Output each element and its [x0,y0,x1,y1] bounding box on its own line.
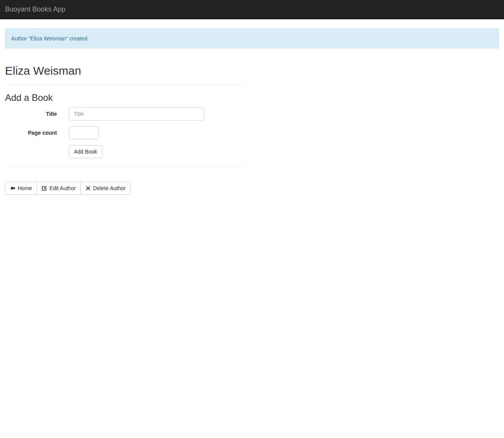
add-book-heading: Add a Book [5,93,247,103]
remove-x-icon [85,186,91,191]
edit-pencil-square-icon [42,186,47,191]
page-title: Eliza Weisman [5,64,247,77]
add-book-button[interactable]: Add Book [69,145,102,158]
title-form-group: Title [5,107,247,120]
edit-author-button-label: Edit Author [49,184,76,192]
home-button[interactable]: Home [5,182,37,195]
divider-top [5,85,247,85]
delete-author-button-label: Delete Author [93,184,126,192]
page-count-input[interactable] [69,126,99,139]
home-button-label: Home [18,184,32,192]
delete-author-button[interactable]: Delete Author [80,182,131,195]
page-count-form-group: Page count [5,126,247,139]
author-detail-column: Eliza Weisman Add a Book Title Page coun… [5,64,247,195]
title-label: Title [5,107,69,120]
add-book-form: Title Page count Add Book [5,107,247,158]
submit-label-spacer [5,145,69,158]
arrow-left-icon [10,186,15,191]
alert-message: Author "Eliza Weisman" created [11,35,87,42]
author-actions-button-group: Home Edit Author Delet [5,182,131,195]
alert-info: Author "Eliza Weisman" created [5,28,499,48]
title-input[interactable] [69,107,204,120]
edit-author-button[interactable]: Edit Author [37,182,81,195]
divider-bottom [5,166,247,166]
page-count-label: Page count [5,126,69,139]
navbar-brand-link[interactable]: Buoyant Books App [5,5,65,13]
navbar: Buoyant Books App [0,0,504,19]
submit-form-group: Add Book [5,145,247,158]
main-content: Author "Eliza Weisman" created Eliza Wei… [0,28,504,195]
